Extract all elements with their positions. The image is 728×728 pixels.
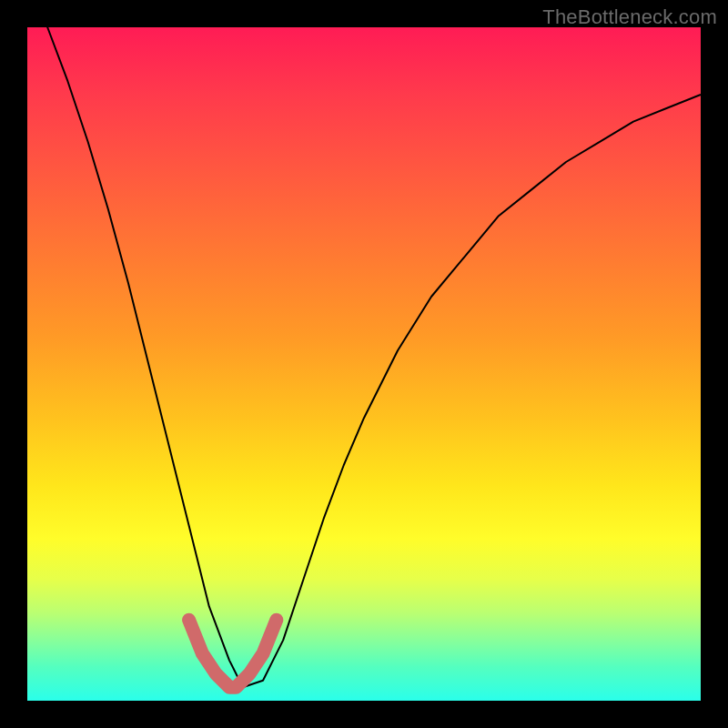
bottleneck-curve (27, 0, 701, 687)
highlight-segment (189, 620, 277, 687)
chart-svg (27, 27, 701, 701)
watermark: TheBottleneck.com (542, 5, 717, 29)
